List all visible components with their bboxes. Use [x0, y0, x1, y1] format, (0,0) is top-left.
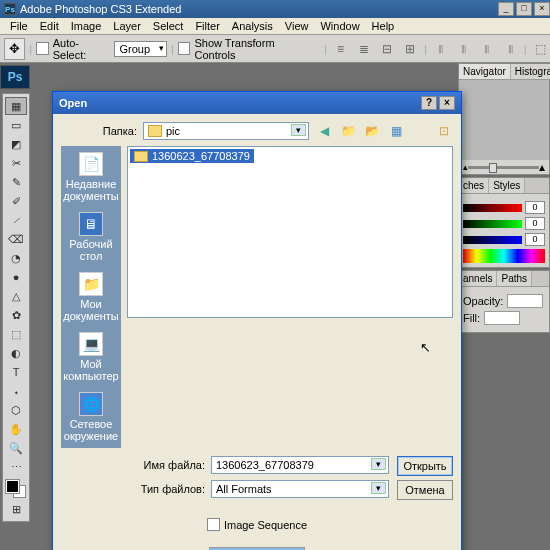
back-icon[interactable]: ◀	[315, 122, 333, 140]
tool-brush[interactable]: ⟋	[5, 211, 27, 229]
align-icon[interactable]: ≣	[354, 39, 373, 59]
tab-channels[interactable]: annels	[459, 271, 497, 286]
tab-paths[interactable]: Paths	[497, 271, 532, 286]
tool-marquee[interactable]: ▭	[5, 116, 27, 134]
move-tool-icon[interactable]: ✥	[4, 38, 25, 60]
zoom-slider[interactable]: ▴ ▴	[459, 160, 549, 174]
tool-type[interactable]: T	[5, 363, 27, 381]
menu-help[interactable]: Help	[366, 20, 401, 32]
tool-shape[interactable]: ⬡	[5, 401, 27, 419]
tool-extra[interactable]: ⋯	[5, 458, 27, 476]
foreground-color[interactable]	[6, 480, 19, 493]
tab-navigator[interactable]: Navigator	[459, 64, 511, 79]
green-slider[interactable]	[463, 220, 522, 228]
tool-hand[interactable]: ✋	[5, 420, 27, 438]
tool-healing[interactable]: ✐	[5, 192, 27, 210]
menu-image[interactable]: Image	[65, 20, 108, 32]
auto-select-dropdown[interactable]: Group	[114, 41, 167, 57]
distribute-icon[interactable]: ⫴	[477, 39, 496, 59]
show-transform-label: Show Transform Controls	[194, 37, 314, 61]
navigator-preview[interactable]	[459, 80, 549, 160]
green-value[interactable]: 0	[525, 217, 545, 230]
align-icon[interactable]: ≡	[331, 39, 350, 59]
cancel-button[interactable]: Отмена	[397, 480, 453, 500]
tool-path[interactable]: ⬩	[5, 382, 27, 400]
places-sidebar: 📄Недавние документы 🖥Рабочий стол 📁Мои д…	[61, 146, 121, 448]
tab-histogram[interactable]: Histogram	[511, 64, 550, 79]
tool-gradient[interactable]: △	[5, 287, 27, 305]
menu-window[interactable]: Window	[314, 20, 365, 32]
auto-select-checkbox[interactable]	[36, 42, 49, 55]
fill-input[interactable]	[484, 311, 520, 325]
filename-combo[interactable]: 1360623_67708379	[211, 456, 389, 474]
align-icon[interactable]: ⊟	[377, 39, 396, 59]
sidebar-desktop[interactable]: 🖥Рабочий стол	[61, 212, 121, 262]
filename-label: Имя файла:	[129, 459, 205, 471]
menu-view[interactable]: View	[279, 20, 315, 32]
ps-logo-tab[interactable]: Ps	[0, 65, 30, 89]
tool-zoom[interactable]: 🔍	[5, 439, 27, 457]
tab-styles[interactable]: Styles	[489, 178, 525, 193]
sidebar-computer[interactable]: 💻Мой компьютер	[61, 332, 121, 382]
folder-value: pic	[166, 125, 180, 137]
tool-move[interactable]: ▦	[5, 97, 27, 115]
minimize-button[interactable]: _	[498, 2, 514, 16]
preview-area: Image Sequence File Size: 645,0K	[61, 518, 453, 550]
tool-history[interactable]: ◔	[5, 249, 27, 267]
help-button[interactable]: ?	[421, 96, 437, 110]
sidebar-documents[interactable]: 📁Мои документы	[61, 272, 121, 322]
folder-combo[interactable]: pic	[143, 122, 309, 140]
tool-lasso[interactable]: ◩	[5, 135, 27, 153]
options-bar: ✥ | Auto-Select: Group | Show Transform …	[0, 35, 550, 63]
favorites-icon[interactable]: ⊡	[435, 122, 453, 140]
workspace: Ps ▦ ▭ ◩ ✂ ✎ ✐ ⟋ ⌫ ◔ ● △ ✿ ⬚ ◐ T ⬩ ⬡ ✋ 🔍…	[0, 63, 550, 550]
image-sequence-checkbox[interactable]	[207, 518, 220, 531]
filetype-combo[interactable]: All Formats	[211, 480, 389, 498]
sidebar-recent[interactable]: 📄Недавние документы	[61, 152, 121, 202]
tool-quickmask[interactable]: ⊞	[5, 500, 27, 518]
file-list[interactable]: 1360623_67708379	[127, 146, 453, 318]
red-value[interactable]: 0	[525, 201, 545, 214]
color-palette: ches Styles 0 0 0	[458, 177, 550, 268]
menu-edit[interactable]: Edit	[34, 20, 65, 32]
red-slider[interactable]	[463, 204, 522, 212]
network-icon: 🌐	[79, 392, 103, 416]
menu-filter[interactable]: Filter	[189, 20, 225, 32]
new-folder-icon[interactable]: 📂	[363, 122, 381, 140]
show-transform-checkbox[interactable]	[178, 42, 191, 55]
tool-slice[interactable]: ✎	[5, 173, 27, 191]
close-button[interactable]: ×	[534, 2, 550, 16]
blue-value[interactable]: 0	[525, 233, 545, 246]
distribute-icon[interactable]: ⫴	[454, 39, 473, 59]
opacity-input[interactable]	[507, 294, 543, 308]
distribute-icon[interactable]: ⫴	[431, 39, 450, 59]
up-folder-icon[interactable]: 📁	[339, 122, 357, 140]
color-swatches[interactable]	[6, 480, 26, 498]
tool-pen[interactable]: ◐	[5, 344, 27, 362]
distribute-icon[interactable]: ⫴	[501, 39, 520, 59]
close-dialog-button[interactable]: ×	[439, 96, 455, 110]
tool-blur[interactable]: ✿	[5, 306, 27, 324]
maximize-button[interactable]: □	[516, 2, 532, 16]
tab-swatches[interactable]: ches	[459, 178, 489, 193]
menu-file[interactable]: File	[4, 20, 34, 32]
tool-crop[interactable]: ✂	[5, 154, 27, 172]
menu-layer[interactable]: Layer	[107, 20, 147, 32]
arrange-icon[interactable]: ⬚	[531, 39, 550, 59]
tool-eraser[interactable]: ●	[5, 268, 27, 286]
toolbox: ▦ ▭ ◩ ✂ ✎ ✐ ⟋ ⌫ ◔ ● △ ✿ ⬚ ◐ T ⬩ ⬡ ✋ 🔍 ⋯ …	[2, 93, 30, 522]
menu-select[interactable]: Select	[147, 20, 190, 32]
folder-label: Папка:	[61, 125, 137, 137]
open-button[interactable]: Открыть	[397, 456, 453, 476]
blue-slider[interactable]	[463, 236, 522, 244]
menu-analysis[interactable]: Analysis	[226, 20, 279, 32]
align-icon[interactable]: ⊞	[401, 39, 420, 59]
views-icon[interactable]: ▦	[387, 122, 405, 140]
tool-dodge[interactable]: ⬚	[5, 325, 27, 343]
dialog-titlebar[interactable]: Open ? ×	[53, 92, 461, 114]
filetype-label: Тип файлов:	[129, 483, 205, 495]
sidebar-network[interactable]: 🌐Сетевое окружение	[61, 392, 121, 442]
tool-stamp[interactable]: ⌫	[5, 230, 27, 248]
file-item-selected[interactable]: 1360623_67708379	[130, 149, 254, 163]
spectrum-picker[interactable]	[463, 249, 545, 263]
